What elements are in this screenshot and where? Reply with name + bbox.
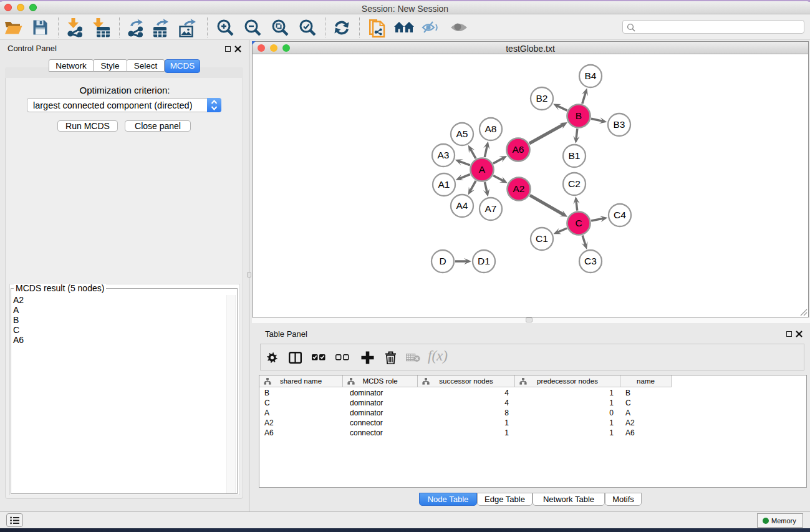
svg-text:A2: A2 [513,183,525,194]
svg-text:A: A [479,164,486,175]
svg-text:A6: A6 [513,144,524,155]
svg-text:B1: B1 [569,150,581,161]
svg-text:B2: B2 [536,93,548,104]
svg-text:C3: C3 [584,256,597,266]
svg-text:B: B [576,110,582,121]
svg-text:A1: A1 [438,179,450,190]
svg-text:A5: A5 [456,128,468,139]
svg-text:A8: A8 [485,123,497,134]
svg-text:A4: A4 [456,200,468,211]
svg-text:A3: A3 [438,150,450,160]
svg-text:D1: D1 [478,256,490,266]
svg-text:C1: C1 [536,233,548,244]
svg-text:C4: C4 [614,210,626,220]
svg-text:B3: B3 [614,119,625,130]
svg-text:D: D [439,256,446,266]
svg-text:A7: A7 [485,203,497,214]
svg-text:C: C [575,218,582,228]
svg-text:B4: B4 [585,70,597,81]
svg-text:C2: C2 [568,178,581,189]
